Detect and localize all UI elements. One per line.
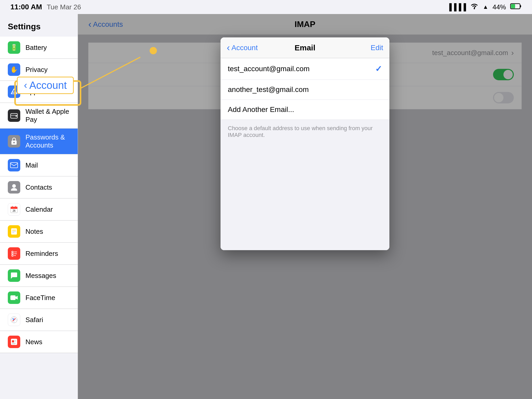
status-date: Tue Mar 26 bbox=[47, 3, 81, 11]
email-sheet-body: test_account@gmail.com ✓ another_test@gm… bbox=[221, 58, 389, 250]
sidebar-item-label: Reminders bbox=[25, 250, 58, 258]
email-sheet-nav: ‹ Account Email Edit bbox=[221, 37, 389, 58]
sidebar-item-label: Safari bbox=[25, 316, 43, 324]
sidebar-item-label: Calendar bbox=[25, 205, 53, 214]
email-sheet-back-button[interactable]: ‹ Account bbox=[227, 42, 258, 53]
sidebar-item-messages[interactable]: Messages bbox=[0, 265, 78, 287]
sidebar-item-label: Contacts bbox=[25, 183, 52, 191]
svg-point-9 bbox=[13, 142, 15, 143]
battery-app-icon: 🔋 bbox=[8, 41, 20, 54]
email-sheet-spacer bbox=[221, 146, 389, 250]
status-bar: 11:00 AM Tue Mar 26 ▐▐▐▐ ▲ 44% bbox=[0, 0, 532, 14]
sidebar-title: Settings bbox=[0, 14, 78, 37]
sidebar-item-news[interactable]: News bbox=[0, 331, 78, 353]
mail-app-icon bbox=[8, 159, 20, 171]
svg-point-11 bbox=[12, 184, 16, 188]
sidebar-item-reminders[interactable]: Reminders bbox=[0, 243, 78, 265]
add-another-email-button[interactable]: Add Another Email... bbox=[221, 100, 389, 120]
wallet-app-icon bbox=[8, 109, 20, 122]
sidebar-item-label: Privacy bbox=[25, 66, 48, 74]
annotation-account-text: Account bbox=[29, 79, 67, 91]
email-sheet-back-label: Account bbox=[231, 44, 258, 52]
notes-app-icon bbox=[8, 225, 20, 238]
svg-point-0 bbox=[474, 8, 475, 9]
email-option-1[interactable]: test_account@gmail.com ✓ bbox=[221, 58, 389, 80]
email-sheet-title: Email bbox=[295, 43, 315, 52]
svg-rect-27 bbox=[10, 295, 16, 300]
calendar-app-icon: 26 bbox=[8, 203, 20, 216]
battery-percent: 44% bbox=[493, 3, 506, 11]
sidebar-item-passwords[interactable]: Passwords & Accounts bbox=[0, 129, 78, 154]
svg-rect-2 bbox=[520, 5, 521, 7]
email-option-1-text: test_account@gmail.com bbox=[228, 65, 310, 73]
location-icon: ▲ bbox=[483, 4, 488, 10]
safari-app-icon bbox=[8, 314, 20, 326]
messages-app-icon bbox=[8, 269, 20, 282]
contacts-app-icon bbox=[8, 181, 20, 194]
main-layout: Settings 🔋 Battery ✋ Privacy App Store W… bbox=[0, 14, 532, 399]
svg-rect-10 bbox=[10, 163, 18, 168]
sidebar-item-notes[interactable]: Notes bbox=[0, 221, 78, 243]
svg-text:26: 26 bbox=[12, 209, 16, 212]
svg-point-23 bbox=[12, 255, 13, 256]
sidebar-item-label: News bbox=[25, 338, 42, 346]
email-option-2[interactable]: another_test@gmail.com bbox=[221, 80, 389, 100]
svg-point-21 bbox=[12, 251, 13, 253]
sidebar-item-label: Battery bbox=[25, 44, 47, 52]
status-time: 11:00 AM bbox=[10, 3, 42, 11]
sidebar-item-label: Messages bbox=[25, 272, 56, 280]
facetime-app-icon bbox=[8, 291, 20, 304]
svg-rect-13 bbox=[11, 207, 17, 209]
sidebar-item-mail[interactable]: Mail bbox=[0, 154, 78, 176]
sidebar-item-label: Mail bbox=[25, 161, 38, 169]
sidebar-item-calendar[interactable]: 26 Calendar bbox=[0, 198, 78, 221]
wifi-icon bbox=[470, 3, 478, 11]
status-indicators: ▐▐▐▐ ▲ 44% bbox=[447, 3, 522, 11]
signal-icon: ▐▐▐▐ bbox=[447, 3, 466, 11]
news-app-icon bbox=[8, 336, 20, 348]
sidebar-item-battery[interactable]: 🔋 Battery bbox=[0, 37, 78, 59]
sidebar-item-label: Passwords & Accounts bbox=[25, 133, 70, 149]
sidebar-item-label: Notes bbox=[25, 228, 43, 236]
sidebar-item-wallet[interactable]: Wallet & Apple Pay bbox=[0, 103, 78, 129]
chevron-left-icon: ‹ bbox=[227, 42, 230, 53]
email-sheet: ‹ Account Email Edit test_account@gmail.… bbox=[221, 37, 389, 250]
svg-rect-7 bbox=[16, 115, 17, 117]
annotation-account-label: ‹ Account bbox=[17, 77, 74, 94]
checkmark-icon: ✓ bbox=[375, 64, 382, 74]
svg-rect-3 bbox=[511, 4, 515, 8]
sidebar: Settings 🔋 Battery ✋ Privacy App Store W… bbox=[0, 14, 78, 399]
svg-point-22 bbox=[12, 253, 13, 255]
privacy-app-icon: ✋ bbox=[8, 63, 20, 76]
email-hint-text: Choose a default address to use when sen… bbox=[221, 120, 389, 146]
sidebar-item-label: FaceTime bbox=[25, 294, 55, 302]
passwords-app-icon bbox=[8, 135, 20, 148]
battery-icon bbox=[510, 3, 522, 11]
add-another-email-label: Add Another Email... bbox=[228, 105, 294, 114]
sidebar-item-facetime[interactable]: FaceTime bbox=[0, 287, 78, 309]
email-option-2-text: another_test@gmail.com bbox=[228, 85, 309, 94]
reminders-app-icon bbox=[8, 247, 20, 260]
right-panel: ‹ Accounts IMAP test_account@gmail.com › bbox=[78, 14, 532, 399]
sidebar-item-safari[interactable]: Safari bbox=[0, 309, 78, 331]
email-sheet-edit-button[interactable]: Edit bbox=[371, 44, 383, 52]
sidebar-item-contacts[interactable]: Contacts bbox=[0, 176, 78, 198]
sidebar-item-label: Wallet & Apple Pay bbox=[25, 108, 70, 124]
